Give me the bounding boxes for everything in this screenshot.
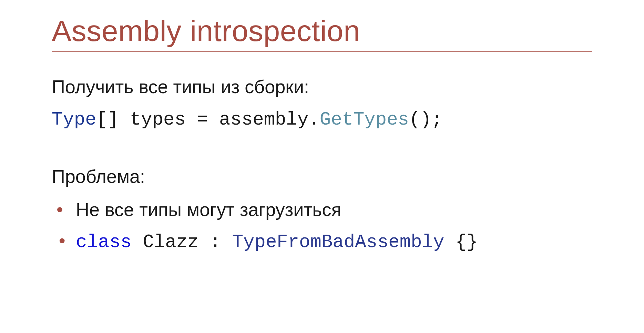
- code-token-method: GetTypes: [320, 109, 409, 130]
- slide-body: Получить все типы из сборки: Type[] type…: [52, 73, 592, 256]
- code-line-1: Type[] types = assembly.GetTypes();: [52, 106, 592, 134]
- section2-heading: Проблема:: [52, 163, 592, 190]
- code-token: {}: [444, 232, 478, 253]
- bullet-text: Не все типы могут загрузиться: [76, 199, 341, 220]
- spacer: [52, 138, 592, 163]
- code-token-type: TypeFromBadAssembly: [232, 232, 444, 253]
- code-token: ();: [409, 109, 442, 130]
- code-token-keyword: class: [76, 232, 132, 253]
- code-token-type: Type: [52, 109, 96, 130]
- bullet-list: Не все типы могут загрузиться class Claz…: [52, 195, 592, 256]
- bullet-item-1: Не все типы могут загрузиться: [52, 195, 592, 224]
- code-token: [] types = assembly.: [96, 109, 320, 130]
- bullet-item-2: class Clazz : TypeFromBadAssembly {}: [52, 228, 592, 257]
- section1-heading: Получить все типы из сборки:: [52, 73, 592, 101]
- slide-title: Assembly introspection: [52, 14, 592, 52]
- slide: Assembly introspection Получить все типы…: [0, 0, 644, 281]
- code-token: Clazz :: [132, 232, 232, 253]
